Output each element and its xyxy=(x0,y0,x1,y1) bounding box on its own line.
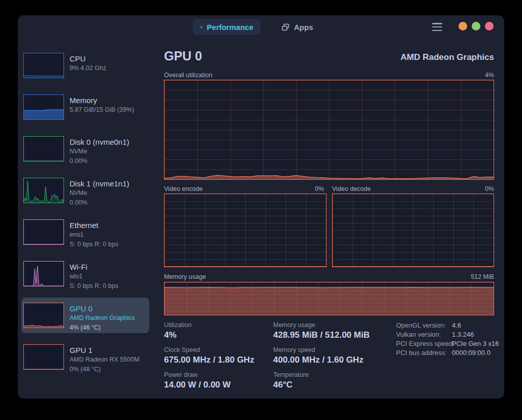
gpu0-graph-thumbnail xyxy=(23,303,64,328)
window-control-green[interactable] xyxy=(472,22,480,30)
memory-graph-thumbnail xyxy=(23,94,64,120)
gpu0-usage: 4% (46 °C) xyxy=(70,323,135,333)
wifi-traffic: S: 0 bps R: 0 bps xyxy=(70,281,118,291)
temperature-stat-label: Temperature xyxy=(273,371,309,378)
sidebar-item-cpu[interactable]: CPU 9% 4.02 Ghz xyxy=(21,48,149,83)
ethernet-title: Ethernet xyxy=(70,220,118,230)
memory-usage-stat-value: 428.95 MiB / 512.00 MiB xyxy=(273,330,370,340)
video-encode-value: 0% xyxy=(315,185,324,192)
memory-usage-max-value: 512 MiB xyxy=(471,273,494,280)
video-decode-chart xyxy=(332,193,494,267)
sidebar-item-disk0[interactable]: Disk 0 (nvme0n1) NVMe 0.00% xyxy=(21,131,149,167)
disk0-title: Disk 0 (nvme0n1) xyxy=(70,137,129,147)
opengl-version-label: OpenGL version: xyxy=(396,321,446,329)
sidebar-item-wifi[interactable]: Wi-Fi wlo1 S: 0 bps R: 0 bps xyxy=(21,256,149,292)
overall-utilization-value: 4% xyxy=(485,72,494,79)
gpu1-graph-thumbnail xyxy=(23,344,64,370)
wifi-graph-thumbnail xyxy=(23,261,64,286)
memory-speed-stat-label: Memory speed xyxy=(273,346,315,353)
app-window: Performance Apps CPU 9% 4.02 Ghz Memory xyxy=(18,15,504,399)
tab-apps-label: Apps xyxy=(294,23,313,31)
window-control-pink[interactable] xyxy=(485,22,494,30)
power-draw-stat-label: Power draw xyxy=(164,371,198,378)
memory-speed-stat-value: 400.00 MHz / 1.60 GHz xyxy=(273,355,364,365)
memory-usage-stat-label: Memory usage xyxy=(273,321,315,329)
wifi-title: Wi-Fi xyxy=(70,262,118,272)
page-title: GPU 0 xyxy=(164,49,202,63)
overall-utilization-label: Overall utilization xyxy=(164,72,212,79)
disk1-usage: 0.00% xyxy=(70,198,129,208)
video-encode-chart xyxy=(164,193,327,267)
windows-icon xyxy=(281,23,290,31)
clock-speed-stat-label: Clock Speed xyxy=(164,346,200,353)
gpu1-model: AMD Radeon RX 5500M xyxy=(70,355,140,365)
disk1-graph-thumbnail xyxy=(23,178,64,203)
gpu1-title: GPU 1 xyxy=(70,345,140,355)
tab-apps[interactable]: Apps xyxy=(274,19,320,35)
memory-usage-chart xyxy=(164,282,494,315)
disk0-type: NVMe xyxy=(70,147,129,156)
clock-speed-stat-value: 675.00 MHz / 1.80 GHz xyxy=(164,355,254,365)
utilization-stat-label: Utilization xyxy=(164,321,191,329)
memory-subtitle: 5.87 GiB/15 GiB (39%) xyxy=(70,105,134,115)
sidebar-item-ethernet[interactable]: Ethernet eno1 S: 0 bps R: 0 bps xyxy=(21,214,149,250)
utilization-stat-value: 4% xyxy=(164,330,177,340)
pci-express-speed-label: PCI Express speed: xyxy=(396,340,454,347)
ethernet-traffic: S: 0 bps R: 0 bps xyxy=(70,240,118,249)
sidebar-item-memory[interactable]: Memory 5.87 GiB/15 GiB (39%) xyxy=(21,89,149,125)
pci-bus-address-value: 0000:09:00.0 xyxy=(452,349,491,357)
gpu1-usage: 0% (48 °C) xyxy=(70,365,140,374)
power-draw-stat-value: 14.00 W / 0.00 W xyxy=(164,380,231,390)
vulkan-version-value: 1.3.246 xyxy=(452,331,474,338)
sidebar-item-gpu1[interactable]: GPU 1 AMD Radeon RX 5500M 0% (48 °C) xyxy=(21,339,149,375)
sidebar-item-gpu0[interactable]: GPU 0 AMD Radeon Graphics 4% (46 °C) xyxy=(21,298,149,333)
disk0-usage: 0.00% xyxy=(70,156,129,166)
gauge-icon xyxy=(200,23,203,31)
temperature-stat-value: 46°C xyxy=(273,380,292,390)
tab-performance[interactable]: Performance xyxy=(193,19,260,35)
menu-button[interactable] xyxy=(432,23,442,31)
opengl-version-value: 4.6 xyxy=(452,321,461,329)
vulkan-version-label: Vulkan version: xyxy=(396,331,441,338)
disk0-graph-thumbnail xyxy=(23,136,64,161)
pci-express-speed-value: PCIe Gen 3 x16 xyxy=(452,340,499,347)
sidebar-item-disk1[interactable]: Disk 1 (nvme1n1) NVMe 0.00% xyxy=(21,173,149,208)
cpu-title: CPU xyxy=(70,54,106,63)
gpu-model-name: AMD Radeon Graphics xyxy=(401,52,494,62)
ethernet-interface: eno1 xyxy=(70,230,118,240)
wifi-interface: wlo1 xyxy=(70,272,118,281)
disk1-title: Disk 1 (nvme1n1) xyxy=(70,179,129,188)
video-decode-value: 0% xyxy=(485,185,494,192)
pci-bus-address-label: PCI bus address: xyxy=(396,349,447,357)
video-encode-label: Video encode xyxy=(164,185,203,192)
ethernet-graph-thumbnail xyxy=(23,219,64,245)
header-bar: Performance Apps xyxy=(18,15,504,39)
overall-utilization-chart xyxy=(164,80,494,180)
tab-performance-label: Performance xyxy=(207,23,253,31)
cpu-graph-thumbnail xyxy=(23,53,64,78)
disk1-type: NVMe xyxy=(70,188,129,198)
video-decode-label: Video decode xyxy=(332,185,371,192)
memory-usage-label: Memory usage xyxy=(164,273,206,280)
gpu0-model: AMD Radeon Graphics xyxy=(70,313,135,323)
window-control-orange[interactable] xyxy=(459,22,467,30)
memory-title: Memory xyxy=(70,95,134,105)
cpu-subtitle: 9% 4.02 Ghz xyxy=(70,63,106,73)
gpu0-title: GPU 0 xyxy=(70,304,135,313)
